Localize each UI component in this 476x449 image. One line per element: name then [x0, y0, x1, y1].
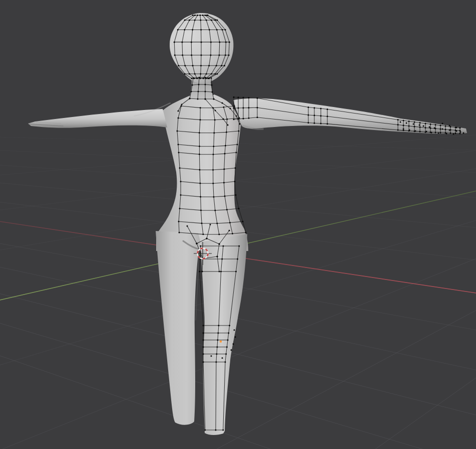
- mesh-vertex[interactable]: [179, 208, 181, 210]
- mesh-vertex[interactable]: [216, 20, 218, 21]
- mesh-vertex[interactable]: [180, 181, 182, 182]
- mesh-vertex[interactable]: [184, 65, 186, 66]
- mesh-vertex[interactable]: [237, 258, 238, 260]
- mesh-vertex[interactable]: [217, 340, 218, 341]
- mesh-vertex[interactable]: [403, 120, 404, 121]
- mesh-vertex[interactable]: [406, 122, 407, 124]
- mesh-vertex[interactable]: [248, 97, 250, 98]
- mesh-vertex[interactable]: [191, 42, 192, 43]
- mesh-vertex[interactable]: [229, 42, 230, 43]
- mesh-vertex[interactable]: [320, 115, 322, 116]
- mesh-vertex[interactable]: [222, 102, 223, 104]
- mesh-vertex[interactable]: [181, 104, 183, 106]
- mesh-vertex[interactable]: [212, 169, 214, 170]
- mesh-vertex[interactable]: [229, 230, 230, 232]
- mesh-vertex[interactable]: [216, 29, 218, 30]
- mesh-vertex[interactable]: [225, 42, 227, 43]
- mesh-vertex[interactable]: [211, 78, 212, 79]
- mesh-vertex[interactable]: [450, 126, 451, 128]
- mesh-vertex[interactable]: [238, 108, 239, 109]
- mesh-vertex[interactable]: [196, 243, 198, 244]
- mesh-vertex[interactable]: [192, 84, 193, 86]
- mesh-vertex[interactable]: [193, 78, 194, 79]
- mesh-vertex[interactable]: [225, 354, 227, 355]
- mesh-vertex[interactable]: [196, 78, 198, 79]
- mesh-vertex[interactable]: [216, 65, 217, 66]
- mesh-vertex[interactable]: [223, 106, 224, 108]
- mesh-vertex[interactable]: [228, 332, 229, 334]
- mesh-vertex[interactable]: [216, 73, 218, 74]
- mesh-vertex[interactable]: [453, 134, 454, 135]
- mesh-vertex[interactable]: [431, 132, 432, 134]
- mesh-vertex[interactable]: [181, 106, 182, 107]
- mesh-vertex[interactable]: [224, 362, 226, 363]
- mesh-vertex[interactable]: [174, 54, 176, 56]
- mesh-vertex[interactable]: [440, 132, 441, 134]
- mesh-vertex[interactable]: [442, 123, 443, 124]
- mesh-vertex[interactable]: [217, 332, 219, 334]
- mesh-vertex[interactable]: [178, 152, 180, 154]
- mesh-vertex[interactable]: [320, 108, 322, 110]
- mesh-vertex[interactable]: [191, 91, 192, 92]
- mesh-vertex[interactable]: [204, 14, 206, 16]
- mesh-vertex[interactable]: [184, 20, 186, 21]
- mesh-vertex[interactable]: [446, 133, 447, 134]
- mesh-vertex[interactable]: [210, 224, 211, 226]
- mesh-vertex[interactable]: [200, 210, 202, 211]
- mesh-vertex[interactable]: [459, 130, 461, 132]
- mesh-vertex[interactable]: [200, 65, 202, 66]
- mesh-vertex[interactable]: [198, 91, 199, 92]
- mesh-vertex[interactable]: [200, 246, 201, 247]
- mesh-vertex[interactable]: [223, 118, 224, 120]
- mesh-vertex[interactable]: [226, 132, 227, 133]
- mesh-vertex[interactable]: [430, 124, 431, 125]
- mesh-vertex[interactable]: [229, 325, 230, 326]
- mesh-vertex[interactable]: [442, 128, 443, 130]
- mesh-vertex[interactable]: [194, 20, 196, 21]
- mesh-vertex[interactable]: [233, 108, 235, 109]
- mesh-vertex[interactable]: [456, 130, 457, 132]
- mesh-vertex[interactable]: [234, 330, 235, 331]
- mesh-vertex[interactable]: [187, 226, 188, 227]
- mesh-vertex[interactable]: [245, 232, 247, 234]
- mesh-vertex[interactable]: [200, 29, 202, 30]
- mesh-vertex[interactable]: [243, 118, 244, 120]
- mesh-vertex[interactable]: [236, 116, 237, 117]
- mesh-vertex[interactable]: [197, 98, 199, 100]
- mesh-vertex[interactable]: [199, 169, 200, 170]
- mesh-vertex[interactable]: [450, 132, 451, 134]
- mesh-vertex[interactable]: [206, 238, 208, 240]
- mesh-vertex[interactable]: [215, 110, 216, 112]
- mesh-vertex[interactable]: [192, 65, 194, 66]
- mesh-vertex[interactable]: [243, 107, 244, 108]
- mesh-vertex[interactable]: [216, 346, 218, 348]
- mesh-vertex[interactable]: [178, 144, 179, 146]
- mesh-vertex[interactable]: [238, 246, 240, 247]
- mesh-vertex[interactable]: [214, 73, 216, 74]
- mesh-vertex[interactable]: [233, 344, 234, 345]
- mesh-vertex[interactable]: [205, 91, 206, 92]
- mesh-vertex[interactable]: [177, 130, 178, 132]
- mesh-vertex[interactable]: [200, 54, 202, 56]
- selected-vertex[interactable]: [220, 340, 222, 343]
- mesh-vertex[interactable]: [235, 194, 237, 196]
- mesh-vertex[interactable]: [206, 73, 207, 74]
- mesh-vertex[interactable]: [224, 65, 225, 66]
- mesh-vertex[interactable]: [456, 127, 457, 128]
- mesh-vertex[interactable]: [226, 118, 228, 120]
- mesh-vertex[interactable]: [205, 98, 206, 100]
- mesh-vertex[interactable]: [320, 122, 322, 124]
- mesh-vertex[interactable]: [181, 42, 183, 43]
- mesh-vertex[interactable]: [423, 126, 424, 127]
- mesh-vertex[interactable]: [177, 29, 179, 30]
- mesh-vertex[interactable]: [257, 116, 258, 118]
- mesh-vertex[interactable]: [314, 114, 315, 116]
- mesh-vertex[interactable]: [194, 73, 196, 74]
- mesh-vertex[interactable]: [238, 118, 239, 120]
- mesh-vertex[interactable]: [214, 210, 216, 211]
- mesh-vertex[interactable]: [238, 96, 239, 98]
- mesh-vertex[interactable]: [397, 124, 399, 126]
- mesh-vertex[interactable]: [435, 132, 436, 134]
- mesh-vertex[interactable]: [184, 29, 185, 30]
- mesh-vertex[interactable]: [248, 107, 250, 108]
